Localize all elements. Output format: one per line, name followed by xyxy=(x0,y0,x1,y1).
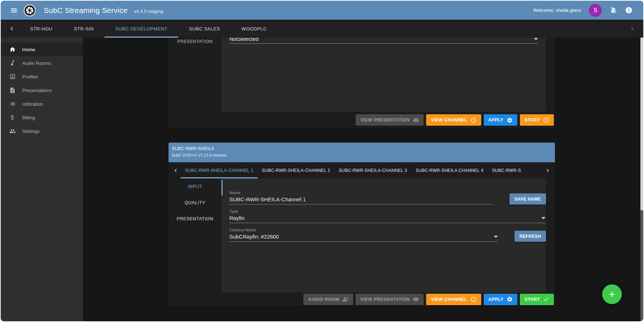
home-icon xyxy=(9,46,16,53)
menu-button[interactable] xyxy=(10,6,18,14)
document-icon xyxy=(9,87,16,93)
type-field: Type Rayfin xyxy=(229,209,546,223)
info-button[interactable] xyxy=(625,6,633,14)
channel-tab-2[interactable]: SUBC-RWR-SHEILA-CHANNEL 2 xyxy=(258,162,335,178)
dollar-icon xyxy=(9,114,16,121)
save-name-button[interactable]: SAVE NAME xyxy=(509,193,546,205)
org-tab-str-sin[interactable]: STR-SIN xyxy=(63,20,105,38)
view-presentation-button[interactable]: VIEW PRESENTATION xyxy=(356,114,424,126)
device-card-button-row: AUDIO ROOM VIEW PRESENTATION VIEW CHANNE… xyxy=(169,293,555,306)
profiles-icon xyxy=(9,73,16,80)
camera-name-label: Camera Name xyxy=(229,228,498,232)
avatar-initial: S xyxy=(594,7,597,14)
sidebar-item-profiles[interactable]: Profiles xyxy=(1,70,83,83)
channel-tabs-scroll-left-button[interactable] xyxy=(171,162,181,178)
audio-room-button[interactable]: AUDIO ROOM xyxy=(303,294,353,305)
notifications-off-button[interactable] xyxy=(610,6,617,14)
camera-name-value: SubCRayfin: #22600 xyxy=(229,233,279,240)
apply-button[interactable]: APPLY xyxy=(484,114,518,126)
org-tab-woodplc[interactable]: WOODPLC xyxy=(231,20,278,38)
avatar[interactable]: S xyxy=(589,4,602,17)
camera-name-field: Camera Name SubCRayfin: #22600 xyxy=(229,228,498,242)
check-icon xyxy=(543,296,549,302)
sidebar-item-label: Home xyxy=(22,47,35,52)
type-label: Type xyxy=(229,209,546,213)
sidebar: Home Audio Rooms Profiles Presentations … xyxy=(1,38,83,321)
org-tab-subc-sales[interactable]: SUBC SALES xyxy=(178,20,231,38)
sidebar-item-settings[interactable]: Settings xyxy=(1,124,83,138)
sidebar-item-utilization[interactable]: Utilization xyxy=(1,97,83,111)
presentation-panel: NotSelected xyxy=(221,38,546,112)
device-card: SUBC-RWR-SHEILA SubC DVR+O v7.12.0-relea… xyxy=(169,143,555,306)
dropdown-arrow-icon xyxy=(541,217,546,219)
device-card-header: SUBC-RWR-SHEILA SubC DVR+O v7.12.0-relea… xyxy=(169,143,555,162)
device-title: SUBC-RWR-SHEILA xyxy=(172,146,551,151)
input-form-panel: Name SUBC-RWR-SHEILA-Channel 1 SAVE NAME xyxy=(221,178,546,293)
chevron-left-icon xyxy=(8,25,15,32)
org-tab-str-hou[interactable]: STR-HOU xyxy=(19,20,63,38)
topbar-right-group: Welcome, sheila.glass S xyxy=(533,4,633,17)
type-select[interactable]: Rayfin xyxy=(229,215,546,223)
people-icon xyxy=(9,128,16,134)
app-title: SubC Streaming Service xyxy=(44,6,127,15)
error-icon xyxy=(470,117,477,123)
section-tab-input[interactable]: INPUT xyxy=(169,178,221,194)
apply-button[interactable]: APPLY xyxy=(484,294,518,305)
sidebar-item-presentations[interactable]: Presentations xyxy=(1,83,83,97)
main-content: PRESENTATION NotSelected VIEW PRESENTATI… xyxy=(83,38,640,321)
welcome-text: Welcome, sheila.glass xyxy=(533,8,581,13)
start-button[interactable]: START xyxy=(520,294,554,305)
audio-room-icon xyxy=(342,296,348,302)
org-tabs-scroll-left-button[interactable] xyxy=(4,20,19,38)
name-label: Name xyxy=(229,191,492,195)
refresh-button[interactable]: REFRESH xyxy=(514,231,546,242)
eye-icon xyxy=(413,117,419,123)
channel-tab-4[interactable]: SUBC-RWR-SHEILA CHANNEL 4 xyxy=(411,162,488,178)
error-icon xyxy=(470,296,477,302)
app-version: v4.4.5-staging xyxy=(134,9,163,14)
sidebar-item-billing[interactable]: Billing xyxy=(1,111,83,124)
start-button[interactable]: START xyxy=(520,114,554,126)
channel-tab-bar: SUBC-RWR-SHEILA-CHANNEL 1 SUBC-RWR-SHEIL… xyxy=(169,162,555,178)
type-select-value: Rayfin xyxy=(229,215,245,221)
scrollbar-thumb[interactable] xyxy=(640,210,643,321)
channel-tab-5[interactable]: SUBC-RWR-S xyxy=(488,162,525,178)
device-subtitle: SubC DVR+O v7.12.0-release xyxy=(172,153,551,157)
sidebar-item-label: Utilization xyxy=(22,101,43,107)
app-window: SubC Streaming Service v4.4.5-staging We… xyxy=(1,1,643,321)
channel-tab-1[interactable]: SUBC-RWR-SHEILA-CHANNEL 1 xyxy=(181,162,258,178)
gear-icon xyxy=(507,296,513,302)
view-channel-button[interactable]: VIEW CHANNEL xyxy=(426,294,481,305)
section-tab-quality[interactable]: QUALITY xyxy=(169,194,221,211)
topbar: SubC Streaming Service v4.4.5-staging We… xyxy=(1,1,643,20)
music-note-icon xyxy=(9,60,16,66)
sidebar-item-label: Settings xyxy=(22,129,40,134)
app-logo-icon xyxy=(24,4,36,16)
notifications-off-icon xyxy=(610,6,617,14)
org-tabs-scroll-right-button[interactable] xyxy=(625,20,640,38)
org-tab-subc-development[interactable]: SUBC DEVELOPMENT xyxy=(104,20,178,38)
view-channel-button[interactable]: VIEW CHANNEL xyxy=(426,114,481,126)
scrollbar[interactable] xyxy=(640,38,643,321)
channel-name-input[interactable]: SUBC-RWR-SHEILA-Channel 1 xyxy=(229,196,492,205)
active-section-indicator xyxy=(221,180,223,196)
channel-tabs-strip: SUBC-RWR-SHEILA-CHANNEL 1 SUBC-RWR-SHEIL… xyxy=(181,162,543,178)
plus-icon: + xyxy=(609,288,615,300)
sidebar-item-label: Profiles xyxy=(22,74,38,80)
view-presentation-button[interactable]: VIEW PRESENTATION xyxy=(356,294,424,305)
add-button[interactable]: + xyxy=(602,284,622,304)
presentation-card-button-row: VIEW PRESENTATION VIEW CHANNEL APPLY STA… xyxy=(169,112,555,128)
presentation-select-value: NotSelected xyxy=(229,38,259,42)
presentation-select[interactable]: NotSelected xyxy=(229,38,538,44)
sidebar-item-audio-rooms[interactable]: Audio Rooms xyxy=(1,56,83,70)
presentation-section-label: PRESENTATION xyxy=(169,38,221,44)
sidebar-item-label: Audio Rooms xyxy=(22,61,51,66)
chevron-right-icon xyxy=(629,25,636,32)
window-frame: SubC Streaming Service v4.4.5-staging We… xyxy=(0,0,644,322)
section-nav: INPUT QUALITY PRESENTATION xyxy=(169,178,221,293)
camera-name-select[interactable]: SubCRayfin: #22600 xyxy=(229,233,498,242)
channel-tabs-scroll-right-button[interactable] xyxy=(543,162,553,178)
sidebar-item-home[interactable]: Home xyxy=(1,43,83,56)
section-tab-presentation[interactable]: PRESENTATION xyxy=(169,211,221,227)
channel-tab-3[interactable]: SUBC-RWR-SHEILA-CHANNEL 3 xyxy=(335,162,411,178)
